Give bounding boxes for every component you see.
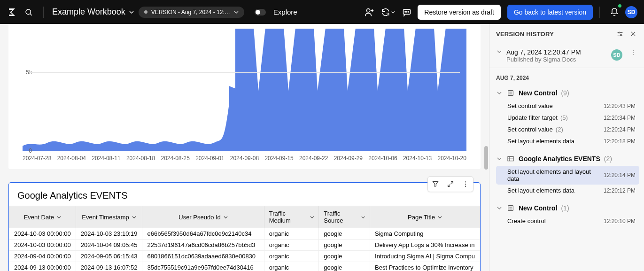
x-tick: 2024-08-18 (126, 155, 155, 162)
app-header: Example Workbook VERSION - Aug 7, 2024 -… (0, 0, 644, 24)
sigma-logo-icon[interactable] (7, 7, 18, 18)
history-entry[interactable]: Set control value(2)12:20:24 PM (496, 124, 639, 135)
x-tick: 2024-09-29 (334, 155, 363, 162)
close-icon[interactable] (629, 30, 637, 38)
more-icon[interactable] (458, 177, 473, 192)
history-group-header[interactable]: New Control (1) (496, 201, 639, 215)
user-avatar[interactable]: SD (625, 6, 637, 18)
table-card-selected[interactable]: Google Analytics EVENTS Event DateEvent … (8, 182, 481, 271)
go-back-latest-button[interactable]: Go back to latest version (507, 5, 593, 20)
chevron-down-icon (132, 215, 136, 219)
area-chart[interactable]: 5k 0 (23, 29, 466, 153)
x-tick: 2024-08-04 (57, 155, 86, 162)
svg-line-1 (30, 14, 32, 15)
history-entry[interactable]: Set layout elements data12:20:12 PM (496, 185, 639, 196)
notifications-icon[interactable] (606, 4, 622, 20)
svg-point-7 (406, 11, 407, 12)
chevron-down-icon (224, 215, 228, 219)
chevron-down-icon (496, 90, 503, 96)
column-header[interactable]: Event Timestamp (76, 206, 142, 228)
svg-point-15 (621, 34, 622, 36)
table-title: Google Analytics EVENTS (9, 183, 480, 206)
chevron-down-icon (496, 155, 503, 162)
table-row[interactable]: 2024-10-03 00:00:002024-10-04 09:05:4522… (9, 240, 480, 251)
divider (599, 7, 600, 18)
chevron-down-icon (361, 215, 365, 219)
data-table: Event DateEvent TimestampUser Pseudo IdT… (9, 206, 480, 271)
x-tick: 2024-10-06 (368, 155, 397, 162)
chevron-down-icon (310, 215, 314, 219)
chevron-down-icon (234, 10, 239, 15)
x-tick: 2024-10-13 (403, 155, 432, 162)
control-icon (506, 89, 515, 97)
chevron-down-icon (496, 205, 503, 211)
svg-point-18 (633, 50, 634, 51)
status-dot-icon (144, 10, 147, 14)
published-version-row[interactable]: Aug 7, 2024 12:20:47 PM Published by Sig… (489, 44, 644, 68)
version-pill[interactable]: VERSION - Aug 7, 2024 - 12:… (139, 7, 244, 18)
history-entry[interactable]: Create control12:20:10 PM (496, 215, 639, 227)
column-header[interactable]: Traffic Medium (264, 206, 319, 228)
more-icon[interactable] (629, 48, 637, 57)
element-toolbar (427, 176, 473, 192)
chart-card: 5k 0 2024-07-282024-08-042024-08-112024-… (8, 24, 481, 169)
chevron-down-icon (496, 48, 503, 55)
table-row[interactable]: 2024-10-03 00:00:002024-10-03 23:10:19e6… (9, 228, 480, 240)
svg-point-14 (619, 32, 620, 33)
x-axis-labels: 2024-07-282024-08-042024-08-112024-08-18… (23, 155, 466, 162)
history-entry[interactable]: Set layout elements and layout data12:20… (496, 166, 639, 185)
chevron-down-icon (438, 215, 442, 219)
scrollbar[interactable] (484, 146, 488, 170)
svg-rect-27 (508, 206, 513, 211)
svg-point-8 (408, 11, 409, 12)
explore-toggle[interactable] (255, 9, 266, 15)
history-group-header[interactable]: New Control (9) (496, 86, 639, 100)
restore-version-button[interactable]: Restore version as draft (418, 5, 501, 20)
chevron-down-icon (391, 10, 395, 14)
chevron-down-icon (57, 215, 61, 219)
search-icon[interactable] (21, 4, 37, 20)
svg-point-20 (633, 54, 634, 55)
svg-point-9 (465, 181, 466, 182)
x-tick: 2024-10-20 (438, 155, 466, 162)
svg-point-0 (26, 9, 31, 15)
svg-point-11 (465, 186, 466, 187)
history-entry[interactable]: Set control value12:20:43 PM (496, 100, 639, 112)
column-header[interactable]: Event Date (9, 206, 76, 228)
column-header[interactable]: User Pseudo Id (142, 206, 264, 228)
svg-point-10 (465, 184, 466, 185)
svg-rect-24 (508, 156, 513, 161)
svg-point-19 (633, 52, 634, 53)
x-tick: 2024-09-01 (195, 155, 224, 162)
table-row[interactable]: 2024-09-04 00:00:002024-09-05 06:15:4368… (9, 251, 480, 262)
author-avatar: SD (611, 49, 622, 61)
x-tick: 2024-07-28 (23, 155, 51, 162)
column-header[interactable]: Traffic Source (319, 206, 370, 228)
explore-label: Explore (273, 8, 297, 16)
history-entry[interactable]: Set layout elements data12:20:18 PM (496, 135, 639, 147)
workbook-title-dropdown[interactable]: Example Workbook (50, 7, 136, 17)
column-header[interactable]: Page Title (370, 206, 480, 228)
x-tick: 2024-09-15 (264, 155, 293, 162)
svg-point-2 (367, 8, 370, 12)
chevron-down-icon (129, 10, 134, 15)
x-tick: 2024-09-22 (299, 155, 328, 162)
version-history-body: Aug 7, 2024 12:20:47 PM Published by Sig… (489, 44, 644, 271)
version-label: VERSION - Aug 7, 2024 - 12:… (151, 9, 230, 15)
x-tick: 2024-08-25 (161, 155, 190, 162)
add-user-icon[interactable] (361, 4, 377, 20)
version-history-panel: VERSION HISTORY Aug 7, 2024 12:20:47 PM … (489, 24, 644, 271)
x-tick: 2024-08-11 (92, 155, 120, 162)
comment-icon[interactable] (399, 4, 415, 20)
workbook-canvas: 5k 0 2024-07-282024-08-042024-08-112024-… (0, 24, 489, 271)
history-entry[interactable]: Update filter target(5)12:20:34 PM (496, 112, 639, 124)
filter-icon[interactable] (428, 177, 443, 192)
expand-icon[interactable] (443, 177, 458, 192)
refresh-icon[interactable] (380, 4, 396, 20)
table-row[interactable]: 2024-09-13 00:00:002024-09-13 16:07:5235… (9, 262, 480, 271)
workbook-title: Example Workbook (52, 7, 125, 17)
filter-settings-icon[interactable] (616, 30, 624, 38)
history-group-header[interactable]: Google Analytics EVENTS (2) (496, 152, 639, 166)
date-header: AUG 7, 2024 (489, 68, 644, 85)
svg-point-6 (405, 11, 406, 12)
